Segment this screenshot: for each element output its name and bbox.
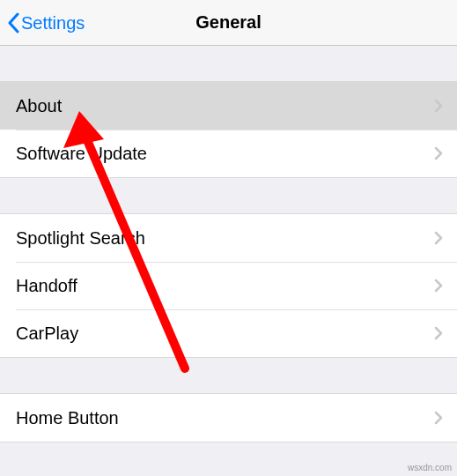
group-0: About Software Update <box>0 81 457 178</box>
row-label: Software Update <box>16 144 434 164</box>
row-software-update[interactable]: Software Update <box>0 130 457 177</box>
chevron-right-icon <box>434 279 443 293</box>
row-spotlight-search[interactable]: Spotlight Search <box>0 214 457 262</box>
group-spacer <box>0 178 457 213</box>
row-home-button[interactable]: Home Button <box>0 394 457 442</box>
page-title: General <box>195 12 261 33</box>
chevron-right-icon <box>434 411 443 425</box>
row-label: About <box>16 96 434 116</box>
row-handoff[interactable]: Handoff <box>0 262 457 309</box>
navbar: Settings General <box>0 0 457 46</box>
back-label: Settings <box>21 13 85 33</box>
row-carplay[interactable]: CarPlay <box>0 309 457 357</box>
row-about[interactable]: About <box>0 82 457 130</box>
back-button[interactable]: Settings <box>7 0 85 46</box>
row-label: CarPlay <box>16 324 434 344</box>
chevron-right-icon <box>434 146 443 160</box>
group-spacer <box>0 46 457 81</box>
group-1: Spotlight Search Handoff CarPlay <box>0 213 457 358</box>
group-spacer <box>0 358 457 393</box>
chevron-right-icon <box>434 99 443 113</box>
chevron-right-icon <box>434 231 443 245</box>
row-label: Home Button <box>16 408 434 428</box>
watermark: wsxdn.com <box>408 463 452 472</box>
group-2: Home Button <box>0 393 457 443</box>
row-label: Handoff <box>16 276 434 296</box>
row-label: Spotlight Search <box>16 228 434 249</box>
chevron-left-icon <box>7 12 19 33</box>
chevron-right-icon <box>434 326 443 340</box>
